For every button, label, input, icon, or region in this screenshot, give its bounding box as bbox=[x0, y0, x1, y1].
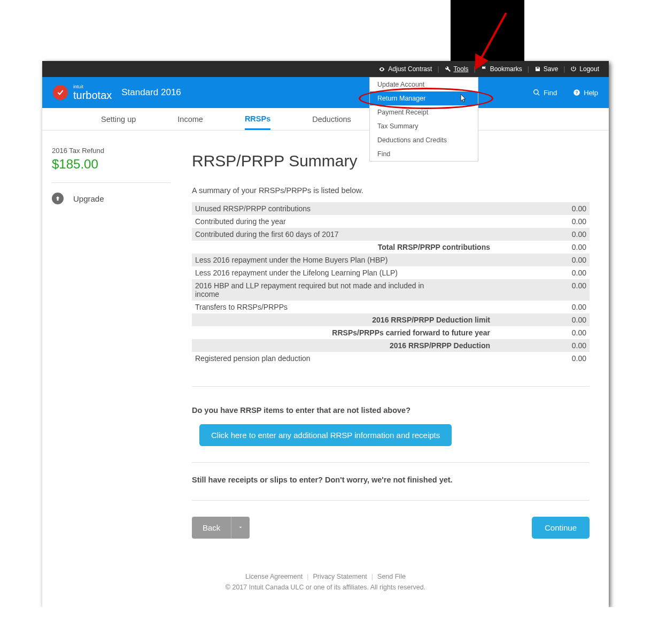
dropdown-item-tax-summary[interactable]: Tax Summary bbox=[370, 119, 478, 133]
dropdown-item-deductions-and-credits[interactable]: Deductions and Credits bbox=[370, 133, 478, 147]
svg-line-1 bbox=[477, 13, 506, 66]
main-content: RRSP/PRPP Summary A summary of your RRSP… bbox=[181, 131, 609, 560]
check-icon bbox=[56, 88, 65, 97]
row-value: 0.00 bbox=[554, 354, 586, 363]
row-label: RRSPs/PRPPs carried forward to future ye… bbox=[195, 328, 554, 337]
continue-button[interactable]: Continue bbox=[532, 517, 590, 539]
help-link[interactable]: ? Help bbox=[573, 89, 598, 97]
svg-text:?: ? bbox=[576, 90, 578, 95]
sidebar: 2016 Tax Refund $185.00 Upgrade bbox=[42, 131, 181, 560]
brand-bar: intuit turbotax Standard 2016 Find ? Hel… bbox=[42, 77, 609, 108]
save-link[interactable]: Save bbox=[534, 65, 558, 73]
table-row: Transfers to RRSPs/PRPPs0.00 bbox=[192, 301, 590, 313]
note-text: Still have receipts or slips to enter? D… bbox=[192, 476, 590, 484]
row-label: 2016 HBP and LLP repayment required but … bbox=[195, 281, 430, 298]
svg-point-2 bbox=[534, 90, 538, 94]
adjust-contrast-link[interactable]: Adjust Contrast bbox=[378, 65, 432, 73]
dropdown-item-find[interactable]: Find bbox=[370, 147, 478, 161]
top-bar: Adjust Contrast | Tools | Bookmarks | Sa… bbox=[42, 61, 609, 77]
eye-icon bbox=[378, 66, 385, 73]
back-button-group: Back bbox=[192, 517, 250, 539]
tools-dropdown: Update AccountReturn ManagerPayment Rece… bbox=[369, 77, 478, 162]
dropdown-item-return-manager[interactable]: Return Manager bbox=[370, 91, 478, 105]
arrow-up-icon bbox=[52, 193, 64, 204]
search-icon bbox=[533, 89, 540, 96]
logout-link[interactable]: Logout bbox=[570, 65, 599, 73]
row-label: Less 2016 repayment under the Lifelong L… bbox=[195, 269, 398, 277]
footer-link-license-agreement[interactable]: License Agreement bbox=[245, 573, 303, 580]
cursor-icon bbox=[460, 94, 468, 103]
refund-label: 2016 Tax Refund bbox=[52, 147, 170, 155]
row-value: 0.00 bbox=[554, 328, 586, 337]
table-row: RRSPs/PRPPs carried forward to future ye… bbox=[192, 326, 590, 339]
row-label: 2016 RRSP/PRPP Deduction limit bbox=[195, 316, 554, 324]
divider bbox=[192, 500, 590, 501]
row-label: Contributed during the year bbox=[195, 217, 286, 226]
upgrade-link[interactable]: Upgrade bbox=[52, 193, 170, 204]
copyright: © 2017 Intuit Canada ULC or one of its a… bbox=[42, 584, 609, 591]
summary-table: Unused RRSP/PRPP contributions0.00Contri… bbox=[192, 202, 590, 365]
table-row: 2016 HBP and LLP repayment required but … bbox=[192, 279, 590, 301]
back-dropdown-button[interactable] bbox=[231, 517, 250, 539]
table-row: Registered pension plan deduction0.00 bbox=[192, 352, 590, 365]
app-window: Adjust Contrast | Tools | Bookmarks | Sa… bbox=[42, 61, 609, 607]
additional-rrsp-button[interactable]: Click here to enter any additional RRSP … bbox=[199, 424, 452, 446]
turbotax-text: turbotax bbox=[73, 90, 112, 101]
row-label: Less 2016 repayment under the Home Buyer… bbox=[195, 256, 387, 264]
intuit-text: intuit bbox=[73, 85, 112, 89]
table-row: Total RRSP/PRPP contributions0.00 bbox=[192, 241, 590, 254]
annotation-arrow bbox=[474, 13, 522, 77]
question-text: Do you have RRSP items to enter that are… bbox=[192, 406, 590, 415]
row-value: 0.00 bbox=[554, 341, 586, 350]
tab-deductions[interactable]: Deductions bbox=[312, 110, 351, 129]
row-label: Unused RRSP/PRPP contributions bbox=[195, 204, 311, 213]
back-button[interactable]: Back bbox=[192, 517, 231, 539]
row-value: 0.00 bbox=[554, 303, 586, 311]
row-label: Total RRSP/PRPP contributions bbox=[195, 243, 554, 251]
divider: | bbox=[528, 65, 529, 73]
tab-rrsps[interactable]: RRSPs bbox=[245, 109, 270, 130]
footer-link-send-file[interactable]: Send File bbox=[377, 573, 406, 580]
find-link[interactable]: Find bbox=[533, 89, 557, 97]
footer: License Agreement|Privacy Statement|Send… bbox=[42, 560, 609, 607]
nav-tabs: Setting upIncomeRRSPsDeductionsvFile bbox=[42, 108, 609, 131]
tools-link[interactable]: Tools bbox=[445, 65, 469, 73]
table-row: Less 2016 repayment under the Home Buyer… bbox=[192, 254, 590, 266]
row-label: Transfers to RRSPs/PRPPs bbox=[195, 303, 288, 311]
power-icon bbox=[570, 66, 577, 72]
footer-link-privacy-statement[interactable]: Privacy Statement bbox=[313, 573, 367, 580]
table-row: Less 2016 repayment under the Lifelong L… bbox=[192, 266, 590, 279]
help-icon: ? bbox=[573, 89, 580, 96]
table-row: Unused RRSP/PRPP contributions0.00 bbox=[192, 202, 590, 215]
divider bbox=[52, 182, 170, 183]
row-value: 0.00 bbox=[554, 316, 586, 324]
table-row: Contributed during the first 60 days of … bbox=[192, 228, 590, 241]
wrench-icon bbox=[445, 66, 451, 72]
svg-line-3 bbox=[538, 94, 540, 96]
divider: | bbox=[437, 65, 439, 73]
row-value: 0.00 bbox=[554, 217, 586, 226]
row-label: 2016 RRSP/PRPP Deduction bbox=[195, 341, 554, 350]
tab-setting-up[interactable]: Setting up bbox=[101, 110, 136, 129]
logo: intuit turbotax Standard 2016 bbox=[53, 85, 181, 101]
product-edition: Standard 2016 bbox=[121, 87, 181, 98]
table-row: 2016 RRSP/PRPP Deduction0.00 bbox=[192, 339, 590, 352]
logo-circle bbox=[53, 85, 68, 100]
intro-text: A summary of your RRSPs/PRPPs is listed … bbox=[192, 186, 590, 195]
row-value: 0.00 bbox=[554, 204, 586, 213]
table-row: 2016 RRSP/PRPP Deduction limit0.00 bbox=[192, 313, 590, 326]
refund-amount: $185.00 bbox=[52, 157, 170, 172]
row-label: Contributed during the first 60 days of … bbox=[195, 230, 339, 239]
divider: | bbox=[563, 65, 565, 73]
row-value: 0.00 bbox=[554, 281, 586, 298]
dropdown-item-payment-receipt[interactable]: Payment Receipt bbox=[370, 105, 478, 119]
row-value: 0.00 bbox=[554, 256, 586, 264]
tab-income[interactable]: Income bbox=[177, 110, 203, 129]
row-value: 0.00 bbox=[554, 243, 586, 251]
dropdown-item-update-account[interactable]: Update Account bbox=[370, 78, 478, 91]
save-icon bbox=[534, 66, 541, 72]
divider bbox=[192, 462, 590, 463]
row-value: 0.00 bbox=[554, 269, 586, 277]
row-label: Registered pension plan deduction bbox=[195, 354, 311, 363]
divider bbox=[192, 386, 590, 387]
